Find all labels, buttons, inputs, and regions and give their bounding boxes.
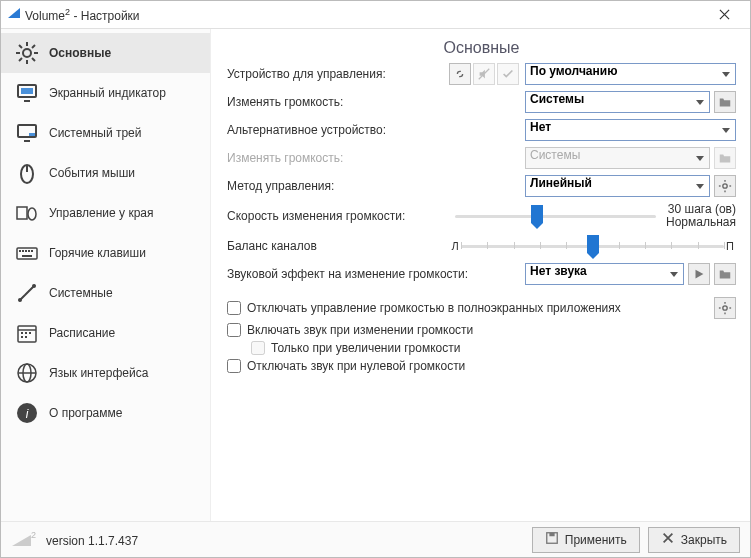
close-label: Закрыть	[681, 533, 727, 547]
svg-line-8	[19, 58, 22, 61]
speed-hint: 30 шага (ов) Нормальная	[656, 203, 736, 229]
svg-point-27	[18, 298, 22, 302]
sidebar-item-edge[interactable]: Управление у края	[1, 193, 210, 233]
checkbox-mute-zero-input[interactable]	[227, 359, 241, 373]
row-alt-device: Альтернативное устройство: Нет	[227, 119, 736, 141]
svg-line-6	[19, 45, 22, 48]
sidebar-item-label: События мыши	[49, 166, 135, 180]
label-speed: Скорость изменения громкости:	[227, 209, 449, 223]
sidebar-item-language[interactable]: Язык интерфейса	[1, 353, 210, 393]
row-method: Метод управления: Линейный	[227, 175, 736, 197]
svg-marker-53	[12, 535, 31, 546]
sidebar-item-label: Системный трей	[49, 126, 142, 140]
play-button[interactable]	[688, 263, 710, 285]
svg-rect-14	[29, 133, 35, 136]
checkbox-unmute[interactable]: Включать звук при изменении громкости	[227, 323, 736, 337]
svg-rect-21	[19, 250, 21, 252]
speed-hint-2: Нормальная	[656, 216, 736, 229]
svg-rect-24	[28, 250, 30, 252]
sidebar-item-mouse[interactable]: События мыши	[1, 153, 210, 193]
sidebar-item-system[interactable]: Системные	[1, 273, 210, 313]
svg-rect-23	[25, 250, 27, 252]
close-button[interactable]	[704, 1, 744, 29]
checkbox-mute-zero-label: Отключать звук при нулевой громкости	[247, 359, 465, 373]
calendar-icon	[15, 321, 39, 345]
row-change-volume-alt: Изменять громкость: Системы	[227, 147, 736, 169]
label-change-volume-alt: Изменять громкость:	[227, 151, 449, 165]
settings-window: Volume2 - Настройки Основные Экранный ин…	[0, 0, 751, 558]
sidebar-item-label: Горячие клавиши	[49, 246, 146, 260]
method-select[interactable]: Линейный	[525, 175, 710, 197]
sidebar-item-label: Основные	[49, 46, 111, 60]
speed-slider[interactable]	[455, 205, 656, 227]
row-device: Устройство для управления: По умолчанию	[227, 63, 736, 85]
change-volume-alt-select: Системы	[525, 147, 710, 169]
browse-button-2	[714, 147, 736, 169]
window-title-prefix: Volume	[25, 9, 65, 23]
row-speed: Скорость изменения громкости: 30 шага (о…	[227, 203, 736, 229]
svg-marker-0	[8, 8, 20, 18]
sidebar-item-label: О программе	[49, 406, 122, 420]
globe-icon	[15, 361, 39, 385]
balance-slider[interactable]	[461, 235, 724, 257]
titlebar: Volume2 - Настройки	[1, 1, 750, 29]
alt-device-select[interactable]: Нет	[525, 119, 736, 141]
label-balance: Баланс каналов	[227, 239, 449, 253]
svg-point-48	[723, 306, 727, 310]
sidebar-item-about[interactable]: i О программе	[1, 393, 210, 433]
sidebar-item-hotkeys[interactable]: Горячие клавиши	[1, 233, 210, 273]
label-method: Метод управления:	[227, 179, 449, 193]
checkbox-only-increase-input	[251, 341, 265, 355]
checkbox-only-increase-label: Только при увеличении громкости	[271, 341, 460, 355]
svg-rect-20	[17, 248, 37, 259]
body: Основные Экранный индикатор Системный тр…	[1, 29, 750, 521]
window-title-suffix: - Настройки	[70, 9, 140, 23]
label-device: Устройство для управления:	[227, 67, 449, 81]
checkbox-unmute-input[interactable]	[227, 323, 241, 337]
svg-line-9	[32, 45, 35, 48]
checkbox-fullscreen-input[interactable]	[227, 301, 241, 315]
change-volume-select[interactable]: Системы	[525, 91, 710, 113]
app-icon	[7, 6, 21, 23]
svg-point-28	[32, 284, 36, 288]
check-button[interactable]	[497, 63, 519, 85]
row-change-volume: Изменять громкость: Системы	[227, 91, 736, 113]
link-button[interactable]	[449, 63, 471, 85]
apply-button[interactable]: Применить	[532, 527, 640, 553]
mute-button[interactable]	[473, 63, 495, 85]
label-alt-device: Альтернативное устройство:	[227, 123, 449, 137]
browse-button-1[interactable]	[714, 91, 736, 113]
checkbox-fullscreen[interactable]: Отключать управление громкостью в полноэ…	[227, 301, 710, 315]
label-effect: Звуковой эффект на изменение громкости:	[227, 267, 525, 281]
sidebar-item-schedule[interactable]: Расписание	[1, 313, 210, 353]
effect-select[interactable]: Нет звука	[525, 263, 684, 285]
sidebar-item-tray[interactable]: Системный трей	[1, 113, 210, 153]
svg-rect-55	[549, 533, 554, 537]
window-title: Volume2 - Настройки	[25, 7, 704, 23]
content-pane: Основные Устройство для управления: По у…	[211, 29, 750, 521]
sidebar: Основные Экранный индикатор Системный тр…	[1, 29, 211, 521]
info-icon: i	[15, 401, 39, 425]
svg-rect-11	[21, 88, 33, 94]
svg-rect-22	[22, 250, 24, 252]
fullscreen-settings-button[interactable]	[714, 297, 736, 319]
balance-left-label: Л	[449, 240, 461, 252]
checkbox-unmute-label: Включать звук при изменении громкости	[247, 323, 473, 337]
method-settings-button[interactable]	[714, 175, 736, 197]
checkbox-mute-zero[interactable]: Отключать звук при нулевой громкости	[227, 359, 736, 373]
svg-rect-32	[25, 332, 27, 334]
svg-point-19	[28, 208, 36, 220]
svg-point-1	[23, 49, 31, 57]
svg-rect-35	[25, 336, 27, 338]
sidebar-item-label: Системные	[49, 286, 113, 300]
device-select[interactable]: По умолчанию	[525, 63, 736, 85]
effect-browse-button[interactable]	[714, 263, 736, 285]
close-footer-button[interactable]: Закрыть	[648, 527, 740, 553]
close-icon	[661, 531, 675, 548]
version-text: version 1.1.7.437	[46, 534, 138, 548]
svg-rect-33	[29, 332, 31, 334]
svg-point-42	[723, 184, 727, 188]
sidebar-item-osd[interactable]: Экранный индикатор	[1, 73, 210, 113]
sidebar-item-general[interactable]: Основные	[1, 33, 210, 73]
tray-icon	[15, 121, 39, 145]
